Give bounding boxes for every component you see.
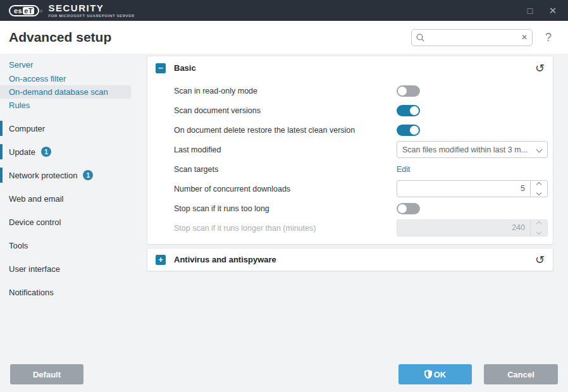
basic-section-card: − Basic ↺ Scan in read-only mode Scan do… [147, 56, 553, 245]
sidebar-item-server[interactable]: Server [0, 58, 147, 72]
eset-logo-left: es [14, 7, 22, 15]
search-input[interactable] [427, 33, 519, 42]
stop-scan-minutes-stepper: 240 [397, 219, 548, 236]
ok-button-label: OK [434, 370, 447, 379]
basic-section-rows: Scan in read-only mode Scan document ver… [147, 80, 553, 244]
stepper-down-icon [531, 228, 547, 236]
setting-label: On document delete restore the latest cl… [156, 126, 397, 135]
stepper-value[interactable]: 5 [397, 181, 531, 197]
sidebar-item-computer[interactable]: Computer [0, 120, 147, 137]
sidebar-item-device-control[interactable]: Device control [0, 214, 147, 230]
sidebar-item-on-access-filter[interactable]: On-access filter [0, 72, 147, 85]
stop-scan-toggle[interactable] [397, 203, 420, 214]
sidebar-item-rules[interactable]: Rules [0, 99, 147, 112]
section-title: Antivirus and antispyware [174, 255, 276, 264]
product-name: SECURITY [49, 3, 135, 13]
sidebar-item-label: Device control [9, 217, 61, 227]
setting-row-scan-targets: Scan targets Edit [156, 159, 548, 179]
setting-label: Scan document versions [156, 106, 397, 115]
update-badge: 1 [41, 147, 51, 157]
header: Advanced setup ✕ ? [0, 21, 568, 54]
revert-icon[interactable]: ↺ [535, 254, 545, 266]
maximize-icon[interactable]: □ [519, 0, 541, 21]
eset-logo: es eT [9, 5, 39, 16]
sidebar-item-label: Computer [9, 124, 45, 133]
product-subtitle: FOR MICROSOFT SHAREPOINT SERVER [49, 14, 135, 18]
antivirus-section-card: + Antivirus and antispyware ↺ [147, 248, 553, 271]
setting-row-stop-scan-minutes: Stop scan if it runs longer than (minute… [156, 218, 548, 238]
setting-row-restore-clean-version: On document delete restore the latest cl… [156, 120, 548, 140]
toggle-knob [398, 204, 407, 213]
chevron-down-icon [536, 147, 543, 153]
sidebar-item-web-and-email[interactable]: Web and email [0, 190, 147, 207]
shield-icon [424, 370, 432, 379]
last-modified-select[interactable]: Scan files modified within last 3 m... [397, 141, 548, 158]
setting-row-last-modified: Last modified Scan files modified within… [156, 140, 548, 159]
sidebar-item-update[interactable]: Update 1 [0, 144, 147, 160]
registered-mark: ® [40, 9, 42, 13]
setting-row-scan-document-versions: Scan document versions [156, 101, 548, 120]
setting-row-concurrent-downloads: Number of concurrent downloads 5 [156, 179, 548, 199]
footer: Default OK Cancel [0, 364, 568, 392]
search-clear-icon[interactable]: ✕ [521, 33, 528, 42]
scan-read-only-toggle[interactable] [397, 85, 420, 97]
setting-label: Last modified [156, 145, 397, 154]
ok-button[interactable]: OK [398, 364, 472, 384]
setting-label: Scan in read-only mode [156, 87, 397, 95]
expand-icon[interactable]: + [156, 255, 166, 265]
sidebar-item-on-demand-database-scan[interactable]: On-demand database scan [0, 85, 131, 99]
section-title: Basic [174, 63, 196, 73]
setting-label: Number of concurrent downloads [156, 185, 397, 193]
search-icon [416, 34, 424, 42]
antivirus-section-header[interactable]: + Antivirus and antispyware ↺ [147, 248, 553, 271]
search-box[interactable]: ✕ [411, 29, 533, 46]
titlebar: es eT ® SECURITY FOR MICROSOFT SHAREPOIN… [0, 0, 568, 21]
default-button[interactable]: Default [10, 364, 83, 384]
sidebar-sections: Computer Update 1 Network protection 1 W… [0, 120, 147, 300]
sidebar-item-label: User interface [9, 264, 60, 274]
basic-section-header[interactable]: − Basic ↺ [147, 56, 553, 80]
page-title: Advanced setup [9, 30, 111, 45]
main-panel: − Basic ↺ Scan in read-only mode Scan do… [147, 54, 568, 392]
help-icon[interactable]: ? [545, 31, 552, 44]
sidebar-item-label: Web and email [9, 194, 63, 204]
toggle-knob [398, 87, 407, 95]
cancel-button[interactable]: Cancel [484, 364, 558, 384]
setting-label: Stop scan if it runs too long [156, 204, 397, 213]
sidebar-item-label: Network protection [9, 171, 77, 180]
setting-label: Stop scan if it runs longer than (minute… [156, 224, 397, 233]
stepper-buttons [531, 220, 547, 236]
toggle-knob [410, 126, 419, 135]
sidebar-item-tools[interactable]: Tools [0, 237, 147, 254]
sidebar-item-label: Notifications [9, 288, 54, 297]
sidebar-item-label: Update [9, 147, 35, 157]
stepper-value: 240 [397, 220, 531, 236]
setting-row-stop-scan: Stop scan if it runs too long [156, 199, 548, 218]
stepper-up-icon [531, 220, 547, 228]
stepper-up-icon[interactable] [531, 181, 547, 189]
sidebar-item-label: Tools [9, 241, 28, 250]
sidebar-item-network-protection[interactable]: Network protection 1 [0, 167, 147, 183]
close-icon[interactable]: ✕ [541, 0, 564, 21]
select-value: Scan files modified within last 3 m... [402, 145, 528, 154]
scan-targets-edit-link[interactable]: Edit [397, 165, 411, 174]
setting-label: Scan targets [156, 165, 397, 174]
network-protection-badge: 1 [83, 170, 93, 180]
collapse-icon[interactable]: − [156, 63, 166, 73]
eset-logo-right: eT [23, 7, 34, 15]
toggle-knob [410, 106, 419, 115]
content: Server On-access filter On-demand databa… [0, 54, 568, 392]
sidebar-item-notifications[interactable]: Notifications [0, 284, 147, 300]
setting-row-scan-read-only: Scan in read-only mode [156, 81, 548, 101]
stepper-down-icon[interactable] [531, 189, 547, 197]
sidebar: Server On-access filter On-demand databa… [0, 54, 147, 392]
scan-document-versions-toggle[interactable] [397, 105, 420, 116]
concurrent-downloads-stepper[interactable]: 5 [397, 180, 548, 197]
stepper-buttons [531, 181, 547, 197]
revert-icon[interactable]: ↺ [535, 63, 545, 74]
window-controls: □ ✕ [519, 0, 568, 21]
product-brand: SECURITY FOR MICROSOFT SHAREPOINT SERVER [49, 3, 135, 18]
sidebar-item-user-interface[interactable]: User interface [0, 260, 147, 277]
restore-clean-version-toggle[interactable] [397, 125, 420, 136]
